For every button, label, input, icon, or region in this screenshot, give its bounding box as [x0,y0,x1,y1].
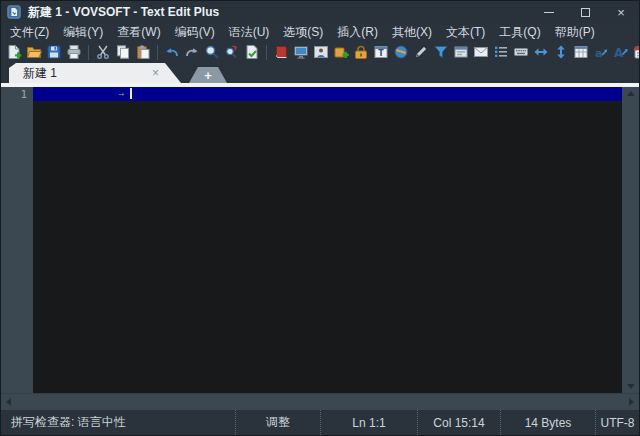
maximize-icon [581,8,590,17]
svg-text:T: T [378,49,384,58]
tab-character-mark: → [118,88,124,100]
menu-item-file[interactable]: 文件(Z) [3,24,56,41]
menu-item-view[interactable]: 查看(W) [110,24,167,41]
status-file-size: 14 Bytes [501,410,596,435]
lowercase-icon[interactable]: a [593,44,609,60]
email-icon[interactable] [473,44,489,60]
menu-item-encoding[interactable]: 编码(V) [168,24,222,41]
fit-width-icon[interactable] [533,44,549,60]
menu-bar: 文件(Z) 编辑(Y) 查看(W) 编码(V) 语法(U) 选项(S) 插入(R… [1,23,639,41]
new-file-icon[interactable] [6,44,22,60]
paste-icon[interactable] [135,44,151,60]
maximize-button[interactable] [567,1,603,23]
tab-new-document[interactable]: 新建 1 × [9,63,181,83]
scroll-down-icon[interactable] [627,384,635,389]
close-icon: × [617,6,625,19]
fit-height-icon[interactable] [553,44,569,60]
status-spellchecker: 拼写检查器: 语言中性 [1,410,236,435]
copy-icon[interactable] [115,44,131,60]
text-caret [130,88,132,99]
scroll-right-icon[interactable] [629,398,634,406]
text-pane[interactable]: → [33,87,622,393]
menu-item-others[interactable]: 其他(X) [385,24,439,41]
menu-item-help[interactable]: 帮助(P) [548,24,602,41]
status-encoding: UTF-8 [596,410,639,435]
status-line-position: Ln 1:1 [321,410,418,435]
minimize-icon [544,12,554,13]
tab-close-icon[interactable]: × [152,67,159,79]
scroll-left-icon[interactable] [6,398,11,406]
menu-item-syntax[interactable]: 语法(U) [222,24,277,41]
save-file-icon[interactable] [46,44,62,60]
tab-bar: 新建 1 × + [1,63,639,83]
encrypt-icon[interactable] [353,44,369,60]
toolbar: T [1,41,639,63]
font-icon[interactable]: T [373,44,389,60]
calendar-icon[interactable] [633,44,639,60]
line-number-gutter: 1 [1,87,33,393]
horizontal-scrollbar[interactable] [1,393,639,409]
selected-line-highlight: → [33,87,622,101]
spell-check-icon[interactable] [244,44,260,60]
undo-icon[interactable] [164,44,180,60]
toolbar-separator [88,45,89,60]
window-title: 新建 1 - VOVSOFT - Text Edit Plus [28,4,219,21]
add-item-icon[interactable] [333,44,349,60]
status-bar: 拼写检查器: 语言中性 调整 Ln 1:1 Col 15:14 14 Bytes… [1,409,639,435]
line-number: 1 [20,88,27,101]
menu-item-edit[interactable]: 编辑(Y) [56,24,110,41]
redo-icon[interactable] [184,44,200,60]
menu-item-insert[interactable]: 插入(R) [330,24,385,41]
toolbar-separator [157,45,158,60]
menu-item-options[interactable]: 选项(S) [276,24,330,41]
screen-icon[interactable] [293,44,309,60]
plus-icon: + [204,69,212,82]
find-icon[interactable] [204,44,220,60]
editor-area[interactable]: 1 → [1,87,639,393]
web-icon[interactable] [393,44,409,60]
tab-label: 新建 1 [23,65,152,82]
filter-icon[interactable] [433,44,449,60]
sort-list-icon[interactable] [493,44,509,60]
app-window: 新建 1 - VOVSOFT - Text Edit Plus × 文件(Z) … [0,0,640,436]
menu-item-text[interactable]: 文本(T) [439,24,492,41]
status-column-position: Col 15:14 [418,410,501,435]
cut-icon[interactable] [95,44,111,60]
menu-item-tools[interactable]: 工具(Q) [492,24,547,41]
scroll-up-icon[interactable] [627,91,635,96]
app-icon [7,5,21,19]
toolbar-separator [266,45,267,60]
dictionary-icon[interactable] [273,44,289,60]
signature-icon[interactable] [413,44,429,60]
keyboard-icon[interactable] [513,44,529,60]
svg-text:A: A [614,46,624,60]
open-file-icon[interactable] [26,44,42,60]
status-wrap-mode: 调整 [236,410,321,435]
svg-text:a: a [595,47,602,60]
title-bar: 新建 1 - VOVSOFT - Text Edit Plus × [1,1,639,23]
window-controls: × [531,1,639,23]
find-replace-icon[interactable] [224,44,240,60]
close-button[interactable]: × [603,1,639,23]
table-icon[interactable] [573,44,589,60]
uppercase-icon[interactable]: A [613,44,629,60]
minimize-button[interactable] [531,1,567,23]
vertical-scrollbar[interactable] [622,87,639,393]
image-icon[interactable] [313,44,329,60]
dialog-icon[interactable] [453,44,469,60]
print-icon[interactable] [66,44,82,60]
new-tab-button[interactable]: + [189,67,227,83]
